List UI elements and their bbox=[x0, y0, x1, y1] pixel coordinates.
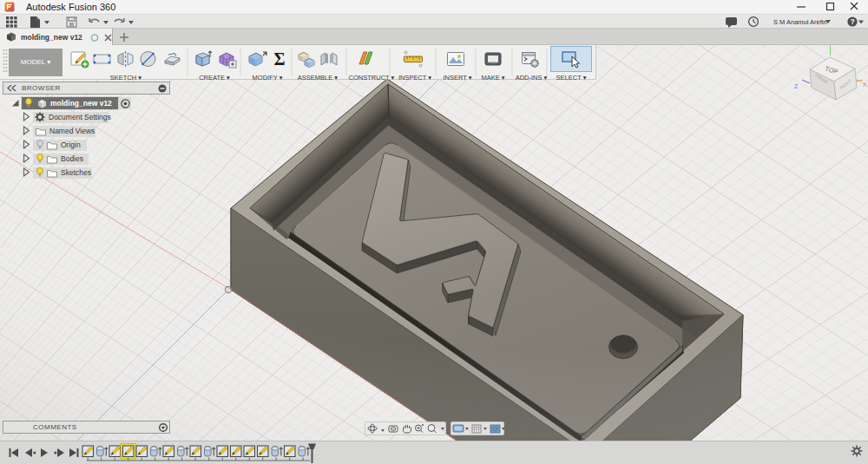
svg-text:Z: Z bbox=[794, 83, 799, 89]
svg-text:X: X bbox=[863, 82, 867, 88]
svg-text:?: ? bbox=[850, 17, 854, 26]
